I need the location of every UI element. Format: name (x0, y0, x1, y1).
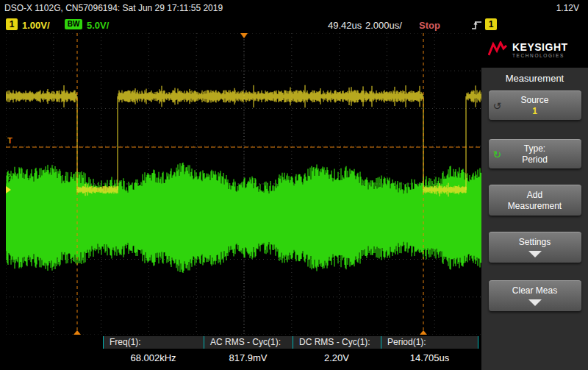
measurement-label: AC RMS - Cyc(1): (204, 336, 293, 349)
brand-name: KEYSIGHT (512, 42, 568, 52)
clear-meas-softkey[interactable]: Clear Meas (489, 280, 581, 311)
submenu-down-arrow-icon (526, 248, 544, 258)
source-value: 1 (532, 106, 537, 117)
trigger-level-readout: 1.12V (556, 3, 579, 13)
settings-label: Settings (519, 237, 551, 248)
submenu-down-arrow-icon (526, 296, 544, 307)
cycle-arrow-green-icon: ↻ (493, 149, 502, 160)
measurement-bar: Freq(1): 68.002kHz AC RMS - Cyc(1): 817.… (0, 335, 481, 370)
channel1-badge: 1 (6, 18, 18, 30)
measurement-dcrms: DC RMS - Cyc(1): 2.20V (293, 336, 381, 363)
add-measurement-softkey[interactable]: Add Measurement (489, 185, 581, 216)
brand-subtitle: TECHNOLOGIES (512, 52, 568, 59)
measurement-value: 14.705us (381, 349, 478, 363)
instrument-id: DSO-X 1102G, CN57096194: Sat Jun 29 17:1… (4, 3, 223, 13)
measurement-acrms: AC RMS - Cyc(1): 817.9mV (204, 336, 293, 363)
cycle-arrow-icon: ↺ (493, 101, 502, 111)
bandwidth-limit-badge: BW (65, 19, 82, 29)
horizontal-delay-readout: 49.42us (328, 20, 362, 31)
channel1-scale: 1.00V/ (22, 20, 50, 31)
measurement-value: 817.9mV (204, 349, 293, 363)
waveform-svg: T2 (6, 33, 482, 335)
trigger-source-badge: 1 (485, 18, 497, 30)
menu-title: Measurement (481, 68, 588, 90)
clear-meas-label: Clear Meas (512, 285, 557, 296)
measurement-value: 68.002kHz (103, 349, 204, 363)
edge-trigger-icon (471, 18, 483, 34)
measurement-freq: Freq(1): 68.002kHz (103, 336, 204, 363)
trigger-time-marker-icon (240, 33, 248, 38)
channel2-scale: 5.0V/ (87, 20, 109, 31)
channel2-ground-label: 2 (7, 172, 11, 181)
acquisition-status: Stop (419, 20, 440, 31)
measurement-label: Freq(1): (103, 336, 204, 349)
keysight-logo: KEYSIGHT TECHNOLOGIES (481, 33, 588, 68)
measurement-label: DC RMS - Cyc(1): (293, 336, 381, 349)
type-value: Period (522, 154, 548, 166)
type-label: Type: (524, 143, 545, 154)
trigger-level-label: T (7, 136, 12, 145)
type-softkey[interactable]: ↻ Type: Period (489, 139, 581, 168)
softkey-menu: KEYSIGHT TECHNOLOGIES Measurement ↺ Sour… (481, 33, 588, 370)
measurement-period: Period(1): 14.705us (381, 336, 478, 363)
title-bar: DSO-X 1102G, CN57096194: Sat Jun 29 17:1… (0, 0, 588, 16)
measurement-value: 2.20V (293, 349, 381, 363)
timebase-readout: 2.000us/ (365, 20, 402, 31)
keysight-spark-icon (488, 41, 507, 60)
measurement-label: Period(1): (381, 336, 478, 349)
source-softkey[interactable]: ↺ Source 1 (489, 90, 581, 120)
status-bar: 1 1.00V/ BW 5.0V/ 49.42us 2.000us/ Stop … (0, 16, 588, 33)
settings-softkey[interactable]: Settings (489, 232, 581, 263)
source-label: Source (520, 95, 548, 106)
add-measurement-line1: Add (527, 190, 542, 201)
add-measurement-line2: Measurement (508, 201, 562, 212)
waveform-display: T2 (6, 33, 482, 335)
